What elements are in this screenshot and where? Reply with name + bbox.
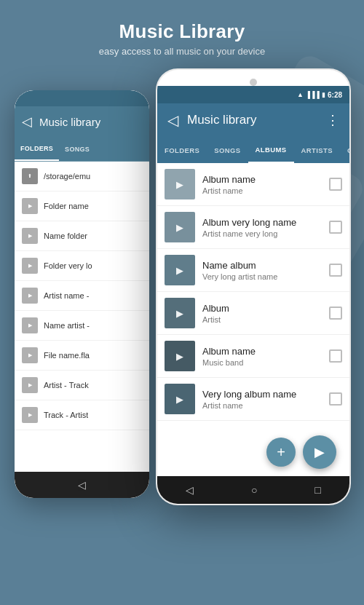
album-list-item[interactable]: Album very long name Artist name very lo…	[157, 206, 349, 249]
album-name: Album very long name	[202, 217, 323, 228]
front-phone-toolbar: ◁ Music library ⋮	[157, 103, 349, 137]
phones-container: ◁ Music library FOLDERS SONGS /storage/e…	[0, 68, 364, 564]
front-phone-navbar: ◁ ○ □	[157, 476, 349, 504]
list-item-text: Name folder	[44, 232, 87, 240]
toolbar-back-button[interactable]: ◁	[167, 111, 178, 129]
toolbar-title: Music library	[187, 113, 326, 127]
album-info: Album name Music band	[202, 346, 323, 367]
list-item[interactable]: Folder very lo	[15, 251, 149, 281]
album-artist: Artist name	[202, 186, 323, 195]
album-list-item[interactable]: Very long album name Artist name	[157, 378, 349, 421]
battery-icon: ▮	[322, 91, 325, 98]
play-icon	[22, 317, 38, 333]
album-checkbox[interactable]	[329, 392, 342, 406]
list-item: /storage/emu	[15, 162, 149, 191]
album-name: Album name	[202, 174, 323, 185]
fab-play-button[interactable]: ▶	[303, 435, 336, 469]
album-name: Album	[202, 303, 323, 314]
nav-home-icon[interactable]: ○	[251, 484, 257, 496]
albums-list: Album name Artist name Album very long n…	[157, 163, 349, 476]
fab-add-button[interactable]: +	[266, 438, 296, 467]
album-list-item[interactable]: Name album Very long artist name	[157, 249, 349, 292]
list-item-text: Track - Artist	[44, 411, 88, 419]
album-list-item[interactable]: Album Artist	[157, 292, 349, 335]
album-list-item[interactable]: Album name Artist name	[157, 163, 349, 206]
back-phone-tabs: FOLDERS SONGS	[15, 137, 149, 162]
back-phone-list: /storage/emu Folder name Name folder Fol…	[15, 162, 149, 472]
list-item[interactable]: Folder name	[15, 191, 149, 221]
play-icon	[22, 228, 38, 244]
list-item-text: File name.fla	[44, 351, 90, 360]
album-name: Very long album name	[202, 389, 323, 400]
album-checkbox[interactable]	[329, 349, 342, 363]
play-icon	[22, 258, 38, 274]
back-phone-tab-folders[interactable]: FOLDERS	[15, 137, 59, 161]
back-phone-back-icon: ◁	[22, 114, 32, 130]
front-phone-statusbar: ▲ ▐▐▐ ▮ 6:28	[157, 86, 349, 103]
back-phone-tab-songs[interactable]: SONGS	[59, 137, 95, 161]
tab-artists[interactable]: ARTISTS	[294, 137, 340, 163]
tab-folders[interactable]: FOLDERS	[157, 137, 207, 163]
album-name: Name album	[202, 260, 323, 271]
album-checkbox[interactable]	[329, 307, 342, 320]
list-item-text: /storage/emu	[44, 172, 90, 181]
status-time: 6:28	[328, 91, 342, 99]
folder-up-icon	[22, 168, 38, 184]
play-icon	[22, 347, 38, 363]
play-icon	[22, 377, 38, 393]
play-icon	[22, 407, 38, 423]
album-checkbox[interactable]	[329, 221, 342, 234]
phone-camera	[250, 79, 257, 86]
list-item-text: Name artist -	[44, 321, 90, 330]
album-thumbnail	[165, 255, 195, 285]
play-icon	[22, 288, 38, 304]
album-info: Album Artist	[202, 303, 323, 324]
album-thumbnail	[165, 384, 195, 414]
album-info: Name album Very long artist name	[202, 260, 323, 281]
more-options-button[interactable]: ⋮	[326, 112, 339, 128]
status-icons: ▲ ▐▐▐ ▮ 6:28	[297, 91, 342, 99]
back-phone-toolbar: ◁ Music library	[15, 106, 149, 137]
tab-songs[interactable]: SONGS	[207, 137, 248, 163]
page-subtitle: easy access to all music on your device	[0, 46, 364, 57]
list-item-text: Folder very lo	[44, 261, 92, 270]
front-phone: ▲ ▐▐▐ ▮ 6:28 ◁ Music library ⋮ FOLDERS S…	[156, 68, 351, 505]
album-list-item[interactable]: Album name Music band	[157, 335, 349, 378]
play-icon	[22, 198, 38, 214]
album-artist: Artist name	[202, 401, 323, 410]
back-phone: ◁ Music library FOLDERS SONGS /storage/e…	[15, 90, 149, 498]
list-item-text: Artist - Track	[44, 381, 89, 390]
list-item-text: Folder name	[44, 202, 89, 210]
front-phone-tabs: FOLDERS SONGS ALBUMS ARTISTS GENRE	[157, 137, 349, 163]
album-name: Album name	[202, 346, 323, 357]
back-phone-toolbar-title: Music library	[39, 116, 100, 128]
album-artist: Music band	[202, 358, 323, 367]
back-phone-navbar: ◁	[15, 472, 149, 498]
album-artist: Very long artist name	[202, 272, 323, 281]
nav-back-icon[interactable]: ◁	[186, 484, 194, 496]
tab-albums[interactable]: ALBUMS	[248, 137, 294, 163]
back-phone-statusbar	[15, 90, 149, 106]
page-title: Music Library	[0, 20, 364, 43]
list-item[interactable]: Name artist -	[15, 311, 149, 341]
fab-area: + ▶	[266, 435, 336, 469]
back-phone-nav-back[interactable]: ◁	[78, 479, 86, 491]
signal-icon: ▐▐▐	[306, 91, 320, 98]
album-thumbnail	[165, 341, 195, 371]
list-item[interactable]: Track - Artist	[15, 400, 149, 430]
list-item[interactable]: Name folder	[15, 221, 149, 251]
list-item[interactable]: File name.fla	[15, 341, 149, 371]
album-checkbox[interactable]	[329, 264, 342, 277]
album-artist: Artist	[202, 315, 323, 324]
album-checkbox[interactable]	[329, 178, 342, 191]
wifi-icon: ▲	[297, 91, 304, 98]
tab-genre[interactable]: GENRE	[340, 137, 349, 163]
album-artist: Artist name very long	[202, 229, 323, 238]
album-info: Album very long name Artist name very lo…	[202, 217, 323, 238]
list-item[interactable]: Artist - Track	[15, 371, 149, 400]
album-info: Very long album name Artist name	[202, 389, 323, 410]
nav-recent-icon[interactable]: □	[314, 484, 320, 496]
album-thumbnail	[165, 169, 195, 199]
list-item-text: Artist name -	[44, 291, 89, 300]
list-item[interactable]: Artist name -	[15, 281, 149, 311]
